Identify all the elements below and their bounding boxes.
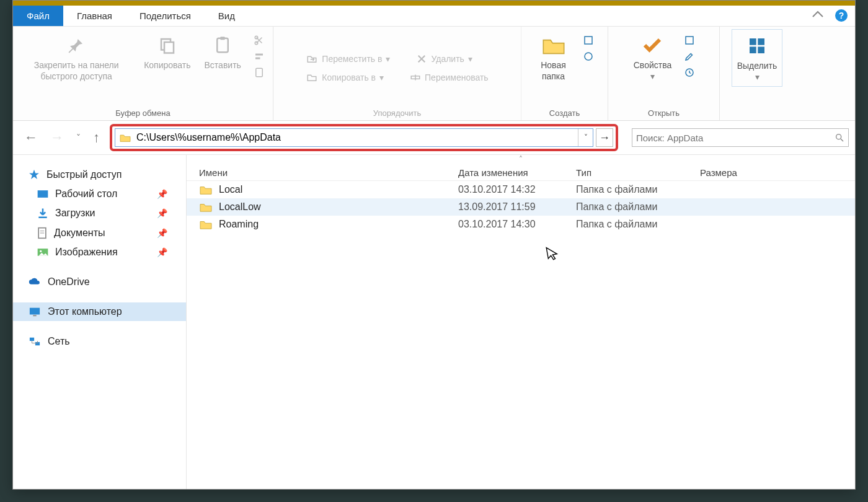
ribbon-group-open: Свойства ▾ Открыть (608, 27, 720, 120)
file-name: Local (219, 184, 242, 195)
svg-rect-21 (38, 190, 48, 198)
help-icon[interactable]: ? (835, 9, 848, 22)
nav-pane: Быстрый доступ Рабочий стол 📌 Загрузки 📌… (13, 155, 187, 489)
tab-view[interactable]: Вид (205, 6, 249, 26)
edit-icon[interactable] (680, 49, 699, 64)
open-extra (680, 29, 699, 80)
paste-shortcut-icon[interactable] (250, 65, 268, 80)
col-header-date[interactable]: Дата изменения (458, 167, 576, 178)
copypath-icon[interactable] (250, 49, 268, 64)
address-dropdown-button[interactable]: ˅ (578, 129, 593, 146)
properties-button[interactable]: Свойства ▾ (629, 29, 676, 86)
new-item-icon[interactable] (579, 33, 598, 48)
table-row[interactable]: Local03.10.2017 14:32Папка с файлами (187, 181, 855, 198)
svg-rect-1 (164, 42, 174, 53)
new-group-label: Создать (549, 107, 580, 119)
ribbon-minimize-icon[interactable] (812, 9, 824, 18)
chevron-down-icon: ▾ (468, 54, 472, 64)
pin-button[interactable]: Закрепить на панели быстрого доступа (17, 29, 135, 86)
paste-button[interactable]: Вставить (200, 29, 246, 75)
chevron-down-icon: ▾ (386, 54, 390, 64)
address-go-button[interactable]: → (596, 128, 613, 147)
table-row[interactable]: LocalLow13.09.2017 11:59Папка с файлами (187, 198, 855, 216)
move-to-button[interactable]: Переместить в ▾ (302, 51, 394, 66)
ribbon-group-new: Новая папка Создать (521, 27, 608, 120)
titlebar (13, 1, 855, 6)
pin-icon: 📌 (157, 228, 167, 238)
address-input[interactable] (135, 131, 578, 144)
svg-rect-8 (256, 68, 263, 77)
nav-recent-button[interactable]: ˅ (71, 129, 86, 146)
svg-rect-6 (255, 54, 263, 56)
file-list-pane: ˄ Имени Дата изменения Тип Размера Local… (187, 155, 855, 489)
rename-button[interactable]: Переименовать (406, 70, 492, 85)
clipboard-extra (250, 29, 268, 80)
col-header-name[interactable]: Имени (192, 167, 458, 178)
new-folder-button[interactable]: Новая папка (532, 29, 575, 86)
svg-point-26 (40, 250, 42, 252)
nav-up-button[interactable]: ↑ (88, 126, 105, 149)
col-header-type[interactable]: Тип (576, 167, 700, 178)
copy-label: Копировать (144, 60, 190, 71)
computer-icon (28, 306, 42, 317)
file-date: 03.10.2017 14:30 (458, 219, 576, 230)
downloads-icon (37, 207, 49, 219)
address-bar[interactable]: ˅ (115, 128, 593, 147)
easy-access-icon[interactable] (579, 49, 598, 64)
sidebar-documents[interactable]: Документы 📌 (13, 223, 186, 243)
star-icon (28, 169, 40, 181)
search-input[interactable] (636, 133, 835, 143)
history-icon[interactable] (680, 65, 699, 80)
navbar: ← → ˅ ↑ ˅ → (13, 121, 855, 154)
svg-point-19 (836, 134, 841, 139)
nav-back-button[interactable]: ← (19, 126, 43, 149)
sidebar-quick-access[interactable]: Быстрый доступ (13, 165, 186, 185)
pin-icon: 📌 (157, 189, 167, 199)
clipboard-group-label: Буфер обмена (115, 107, 170, 119)
new-folder-icon (541, 33, 566, 58)
file-date: 03.10.2017 14:32 (458, 184, 576, 195)
cut-icon[interactable] (250, 33, 268, 48)
sidebar-this-pc[interactable]: Этот компьютер (13, 302, 186, 321)
sidebar-desktop[interactable]: Рабочий стол 📌 (13, 185, 186, 203)
ribbon: Закрепить на панели быстрого доступа Коп… (13, 27, 855, 121)
svg-rect-18 (758, 46, 764, 53)
folder-icon (199, 184, 213, 195)
delete-icon (416, 53, 427, 64)
copy-to-button[interactable]: Копировать в ▾ (302, 70, 388, 85)
tab-home[interactable]: Главная (63, 6, 126, 26)
select-button[interactable]: Выделить ▾ (732, 29, 783, 87)
file-type: Папка с файлами (576, 201, 700, 213)
svg-rect-13 (686, 37, 693, 44)
new-folder-label: Новая папка (541, 60, 566, 82)
svg-line-20 (841, 139, 843, 141)
file-name: Roaming (219, 219, 259, 230)
svg-rect-2 (217, 38, 228, 53)
move-to-label: Переместить в (322, 54, 382, 64)
delete-button[interactable]: Удалить ▾ (412, 51, 476, 66)
collapse-caret-icon[interactable]: ˄ (187, 155, 855, 165)
sidebar-downloads[interactable]: Загрузки 📌 (13, 203, 186, 223)
select-icon (747, 33, 767, 58)
svg-rect-3 (220, 37, 225, 40)
tab-share[interactable]: Поделиться (126, 6, 205, 26)
col-header-size[interactable]: Размера (700, 167, 850, 178)
sidebar-label: Загрузки (55, 208, 95, 219)
svg-point-12 (585, 53, 592, 60)
folder-icon (199, 219, 213, 230)
open-group-label: Открыть (648, 107, 680, 119)
table-row[interactable]: Roaming03.10.2017 14:30Папка с файлами (187, 216, 855, 233)
tab-file[interactable]: Файл (13, 6, 63, 26)
search-box[interactable] (632, 128, 849, 147)
open-with-icon[interactable] (680, 33, 699, 48)
sidebar-pictures[interactable]: Изображения 📌 (13, 243, 186, 262)
sidebar-network[interactable]: Сеть (13, 332, 186, 351)
sidebar-onedrive[interactable]: OneDrive (13, 273, 186, 291)
nav-forward-button[interactable]: → (45, 126, 69, 149)
folder-icon (119, 133, 131, 143)
svg-rect-27 (30, 308, 40, 315)
network-icon (28, 336, 42, 347)
onedrive-icon (28, 277, 42, 287)
copy-button[interactable]: Копировать (139, 29, 195, 75)
file-list: Local03.10.2017 14:32Папка с файламиLoca… (187, 181, 855, 489)
